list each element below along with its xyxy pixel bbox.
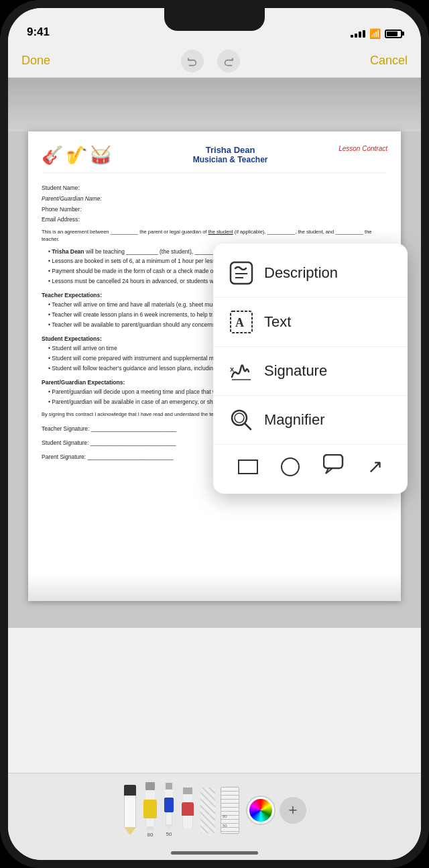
signature-icon: x bbox=[227, 356, 256, 386]
callout-shape[interactable] bbox=[323, 454, 345, 479]
status-icons: 📶 bbox=[351, 28, 402, 39]
doc-contract-label: Lesson Contract bbox=[339, 145, 387, 152]
add-tool-button[interactable]: + bbox=[280, 797, 306, 824]
rectangle-shape[interactable] bbox=[238, 459, 258, 474]
ruler-tool[interactable]: 80 50 bbox=[221, 787, 239, 834]
saxophone-icon: 🎷 bbox=[66, 145, 87, 166]
screen: 9:41 📶 Done bbox=[8, 8, 421, 860]
svg-line-9 bbox=[245, 423, 251, 429]
plus-icon: + bbox=[289, 802, 298, 819]
magnifier-label: Magnifier bbox=[264, 411, 324, 429]
shapes-row: ↗ bbox=[213, 445, 408, 488]
drum-icon: 🥁 bbox=[90, 145, 111, 166]
toolbar: 80 50 bbox=[8, 773, 421, 860]
doc-artist-name: Trisha Dean bbox=[122, 145, 339, 155]
undo-button[interactable] bbox=[181, 50, 204, 72]
field-phone: Phone Number: bbox=[42, 205, 387, 214]
phone-label: Phone Number: bbox=[42, 206, 82, 213]
doc-shadow-top bbox=[8, 78, 421, 131]
bar3 bbox=[359, 32, 361, 38]
color-picker[interactable] bbox=[247, 797, 274, 824]
cancel-button[interactable]: Cancel bbox=[370, 54, 408, 68]
bar4 bbox=[363, 30, 365, 38]
bar1 bbox=[351, 35, 353, 38]
guitar-icon: 🎸 bbox=[42, 145, 63, 166]
email-label: Email Address: bbox=[42, 216, 80, 223]
redo-button[interactable] bbox=[217, 50, 240, 72]
doc-header: 🎸 🎷 🥁 Trisha Dean Musician & Teacher Les… bbox=[42, 145, 387, 173]
circle-shape[interactable] bbox=[281, 457, 300, 476]
magnifier-icon bbox=[227, 405, 256, 435]
description-label: Description bbox=[264, 264, 338, 282]
done-button[interactable]: Done bbox=[21, 54, 50, 68]
phone-frame: 9:41 📶 Done bbox=[0, 0, 429, 868]
nav-center bbox=[181, 50, 240, 72]
eraser-tool[interactable] bbox=[180, 788, 195, 833]
doc-agreement-text: This is an agreement between __________ … bbox=[42, 228, 387, 243]
home-indicator bbox=[171, 851, 258, 855]
popup-item-description[interactable]: Description bbox=[213, 249, 408, 298]
popup-item-magnifier[interactable]: Magnifier bbox=[213, 396, 408, 445]
student-name-label: Student Name: bbox=[42, 184, 80, 191]
wifi-icon: 📶 bbox=[369, 28, 381, 39]
pen-blue-tool[interactable]: 50 bbox=[163, 783, 175, 837]
notch bbox=[164, 8, 265, 31]
svg-point-8 bbox=[235, 413, 244, 423]
bar2 bbox=[355, 34, 357, 38]
doc-fade bbox=[28, 574, 401, 601]
highlighter-yellow-tool[interactable]: 80 bbox=[143, 782, 158, 838]
svg-text:x: x bbox=[230, 365, 235, 373]
popup-item-signature[interactable]: x Signature bbox=[213, 347, 408, 396]
svg-text:A: A bbox=[235, 316, 244, 329]
battery-icon bbox=[385, 30, 402, 38]
popup-item-text[interactable]: A Text bbox=[213, 298, 408, 347]
nav-bar: Done Cancel bbox=[8, 44, 421, 78]
battery-fill bbox=[387, 32, 397, 36]
field-student-name: Student Name: bbox=[42, 184, 387, 193]
status-time: 9:41 bbox=[27, 25, 50, 39]
text-label: Text bbox=[264, 313, 291, 331]
doc-title: Trisha Dean Musician & Teacher bbox=[122, 145, 339, 164]
brush-tool[interactable] bbox=[200, 788, 215, 833]
description-icon bbox=[227, 258, 256, 288]
text-icon: A bbox=[227, 307, 256, 337]
doc-artist-subtitle: Musician & Teacher bbox=[122, 155, 339, 164]
document-container: 🎸 🎷 🥁 Trisha Dean Musician & Teacher Les… bbox=[8, 78, 421, 628]
svg-rect-10 bbox=[324, 455, 343, 468]
field-parent: Parent/Guardian Name: bbox=[42, 195, 387, 203]
parent-label: Parent/Guardian Name: bbox=[42, 195, 102, 202]
pencil-tool[interactable] bbox=[123, 785, 137, 835]
doc-logo: 🎸 🎷 🥁 bbox=[42, 145, 111, 166]
signal-bars bbox=[351, 30, 365, 38]
signature-label: Signature bbox=[264, 362, 327, 380]
popup-menu: Description A Text bbox=[213, 243, 408, 494]
field-email: Email Address: bbox=[42, 215, 387, 224]
arrow-shape[interactable]: ↗ bbox=[367, 455, 383, 478]
